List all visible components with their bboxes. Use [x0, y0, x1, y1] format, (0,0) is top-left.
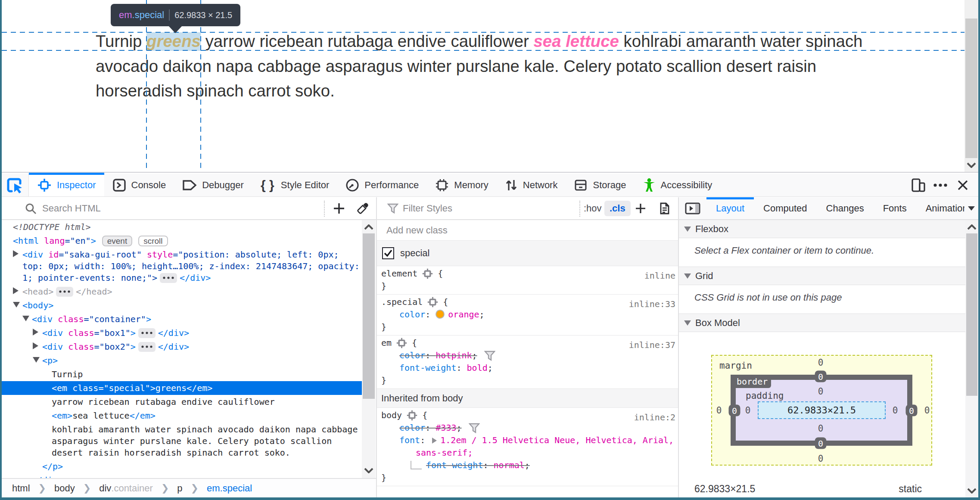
overridden-filter-icon[interactable]: [484, 350, 495, 361]
markup-row[interactable]: <em>sea lettuce</em>: [2, 409, 362, 422]
box-model-value[interactable]: 0: [818, 386, 824, 397]
toolbox-tab-style-editor[interactable]: { }Style Editor: [252, 174, 338, 196]
css-rule[interactable]: element{inline}: [377, 266, 678, 295]
search-input[interactable]: Search HTML: [42, 203, 101, 214]
class-checkbox[interactable]: [382, 247, 394, 259]
responsive-design-mode-button[interactable]: [907, 174, 929, 196]
toolbox-tab-inspector[interactable]: Inspector: [29, 174, 104, 196]
box-model-content-box[interactable]: 62.9833×21.5: [758, 401, 886, 419]
overridden-filter-icon[interactable]: [469, 422, 480, 434]
markup-row[interactable]: kohlrabi amaranth water spinach avocado …: [2, 422, 362, 460]
sidebar-tab-changes[interactable]: Changes: [817, 197, 874, 219]
class-panel-toggle[interactable]: .cls: [604, 201, 631, 216]
box-model-border-value[interactable]: 0: [815, 371, 827, 382]
breadcrumb-div[interactable]: div.container: [99, 483, 153, 494]
box-model-value[interactable]: 0: [818, 453, 824, 464]
inline-expander[interactable]: [160, 273, 177, 283]
inline-expander[interactable]: [56, 287, 73, 297]
markup-row[interactable]: </div>: [2, 473, 362, 478]
css-declaration[interactable]: color: #333;: [377, 422, 678, 434]
markup-row[interactable]: <div id="saka-gui-root" style="position:…: [2, 248, 362, 285]
print-simulation-button[interactable]: [659, 202, 671, 215]
css-declaration[interactable]: color: hotpink;: [377, 349, 678, 362]
toolbox-tab-memory[interactable]: Memory: [427, 174, 496, 196]
breadcrumb-body[interactable]: body: [54, 483, 75, 494]
add-node-button[interactable]: [333, 202, 345, 215]
sidebar-tab-computed[interactable]: Computed: [754, 197, 817, 219]
layout-section-flexbox[interactable]: Flexbox: [679, 220, 978, 238]
markup-row[interactable]: <div class="container">: [2, 312, 362, 326]
expand-twisty[interactable]: [13, 250, 19, 257]
markup-row[interactable]: <div class="box2"></div>: [2, 340, 362, 354]
markup-scrollbar-down-button[interactable]: [362, 463, 376, 477]
box-model-border-value[interactable]: 0: [729, 405, 740, 416]
markup-row[interactable]: <!DOCTYPE html>: [2, 220, 362, 234]
markup-row[interactable]: <body>: [2, 298, 362, 312]
box-model-value[interactable]: 0: [924, 405, 930, 416]
markup-row-selected[interactable]: <em class="special">greens</em>: [2, 381, 362, 395]
pseudo-class-toggle[interactable]: :hov: [584, 203, 602, 214]
markup-scrollbar-thumb[interactable]: [363, 233, 375, 399]
selector-highlighter-icon[interactable]: [396, 337, 408, 349]
layout-scrollbar[interactable]: [965, 220, 978, 497]
box-model-border-value[interactable]: 0: [906, 405, 918, 416]
layout-scrollbar-down-button[interactable]: [965, 484, 978, 497]
selector-highlighter-icon[interactable]: [422, 268, 433, 280]
toolbox-tab-performance[interactable]: Performance: [337, 174, 427, 196]
sidebar-tab-layout[interactable]: Layout: [706, 197, 754, 219]
markup-row[interactable]: yarrow ricebean rutabaga endive cauliflo…: [2, 395, 362, 409]
breadcrumb-em.special[interactable]: em.special: [207, 483, 252, 494]
box-model-value[interactable]: 0: [716, 405, 722, 416]
inline-expander[interactable]: [138, 342, 156, 352]
toolbox-tab-debugger[interactable]: Debugger: [174, 174, 252, 196]
markup-row[interactable]: <div class="box1"></div>: [2, 326, 362, 340]
layout-section-grid[interactable]: Grid: [679, 267, 978, 285]
box-model-value[interactable]: 0: [893, 405, 898, 416]
layout-scrollbar-up-button[interactable]: [965, 220, 978, 234]
sidebar-tab-fonts[interactable]: Fonts: [874, 197, 916, 219]
markup-row[interactable]: <head></head>: [2, 285, 362, 298]
inline-expander[interactable]: [138, 328, 156, 338]
close-devtools-button[interactable]: [952, 174, 974, 196]
filter-styles-input[interactable]: Filter Styles: [403, 203, 452, 214]
layout-section-box-model[interactable]: Box Model: [679, 314, 978, 332]
toolbox-tab-console[interactable]: Console: [104, 174, 174, 196]
css-rule[interactable]: .special{inline:33color: orange;}: [377, 295, 678, 335]
toolbox-tab-storage[interactable]: Storage: [566, 174, 634, 196]
page-scrollbar-thumb[interactable]: [965, 19, 977, 158]
box-model-value[interactable]: 0: [818, 357, 824, 368]
markup-badge[interactable]: scroll: [138, 236, 168, 246]
css-rule[interactable]: em{inline:37color: hotpink;font-weight: …: [377, 335, 678, 389]
css-declaration[interactable]: font-weight: bold;: [377, 362, 678, 374]
markup-row[interactable]: Turnip: [2, 367, 362, 381]
meatball-menu-button[interactable]: [929, 174, 952, 196]
css-rule[interactable]: body{inline:2color: #333;font: 1.2em / 1…: [377, 408, 678, 486]
markup-row[interactable]: </p>: [2, 460, 362, 473]
font-expander-icon[interactable]: [432, 438, 437, 444]
css-declaration[interactable]: color: orange;: [377, 308, 678, 321]
selector-highlighter-icon[interactable]: [427, 296, 439, 308]
markup-scrollbar-up-button[interactable]: [362, 220, 376, 234]
expand-twisty[interactable]: [33, 357, 40, 363]
layout-scrollbar-thumb[interactable]: [966, 233, 977, 396]
expand-twisty[interactable]: [13, 287, 19, 294]
toolbox-tab-network[interactable]: Network: [497, 174, 566, 196]
selector-highlighter-icon[interactable]: [406, 410, 418, 421]
add-rule-button[interactable]: [635, 202, 647, 214]
box-model-border-value[interactable]: 0: [815, 438, 827, 449]
markup-scrollbar[interactable]: [362, 220, 376, 478]
breadcrumb-p[interactable]: p: [177, 483, 182, 494]
sidebar-toggle-icon[interactable]: [685, 202, 700, 215]
expand-twisty[interactable]: [13, 302, 20, 307]
markup-row[interactable]: <html lang="en">eventscroll: [2, 234, 362, 248]
toolbox-tab-accessibility[interactable]: Accessibility: [635, 174, 721, 196]
box-model-value[interactable]: 0: [745, 405, 751, 416]
pick-element-button[interactable]: [2, 174, 29, 196]
expand-twisty[interactable]: [22, 316, 29, 321]
css-declaration[interactable]: font: 1.2em / 1.5 Helvetica Neue, Helvet…: [377, 434, 678, 447]
all-tabs-menu-button[interactable]: [964, 197, 978, 219]
add-class-input[interactable]: Add new class: [377, 220, 678, 241]
page-scrollbar-down-button[interactable]: [964, 158, 978, 172]
breadcrumb-html[interactable]: html: [12, 483, 30, 494]
box-model-value[interactable]: 0: [818, 423, 824, 434]
